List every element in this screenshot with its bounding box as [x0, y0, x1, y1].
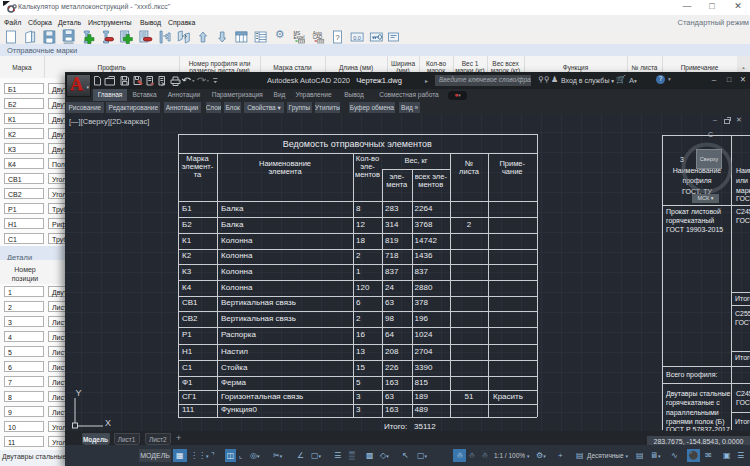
svg-text:⚙: ⚙ [275, 29, 285, 40]
svg-text:X: X [105, 418, 111, 428]
svg-text:0.0: 0.0 [353, 35, 361, 41]
svg-text:?: ? [335, 33, 340, 42]
svg-text:Y: Y [76, 388, 82, 398]
